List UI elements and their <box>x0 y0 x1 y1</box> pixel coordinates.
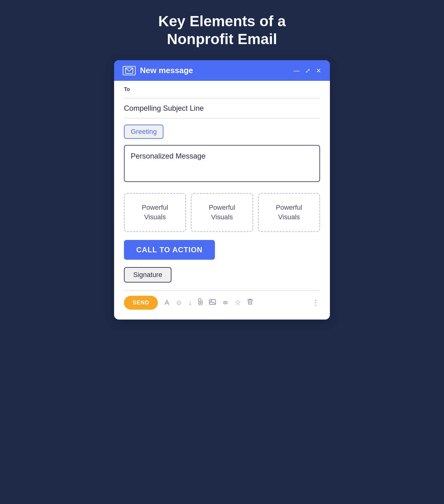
greeting-row: Greeting <box>124 118 320 142</box>
image-icon[interactable] <box>207 297 218 308</box>
download-icon[interactable]: ↓ <box>186 297 194 308</box>
svg-rect-1 <box>209 300 216 304</box>
more-options-button[interactable]: ⋮ <box>312 298 320 307</box>
subject-text[interactable]: Compelling Subject Line <box>124 104 204 112</box>
cta-button[interactable]: CALL TO ACTION <box>124 240 215 260</box>
toolbar-left: SEND A ☺ ↓ <box>124 296 255 310</box>
message-row: Personalized Message <box>124 142 320 187</box>
page-wrapper: Key Elements of a Nonprofit Email New me… <box>114 12 330 320</box>
window-title-text: New message <box>140 66 193 75</box>
message-box[interactable]: Personalized Message <box>124 145 320 182</box>
to-label: To <box>124 86 136 93</box>
link-icon[interactable] <box>220 297 231 308</box>
format-text-icon[interactable]: A <box>162 297 172 308</box>
cta-row: CALL TO ACTION <box>124 237 320 265</box>
send-button[interactable]: SEND <box>124 296 158 310</box>
message-text: Personalized Message <box>131 152 206 160</box>
trash-icon[interactable] <box>245 297 255 308</box>
window-header: New message — ⤢ ✕ <box>114 60 330 81</box>
attach-icon[interactable] <box>195 297 205 308</box>
subject-row: Compelling Subject Line <box>124 98 320 118</box>
to-field-row: To <box>124 81 320 98</box>
visual-box-1[interactable]: PowerfulVisuals <box>124 193 186 232</box>
email-window: New message — ⤢ ✕ To Compelling Subject … <box>114 60 330 320</box>
visual-box-3[interactable]: PowerfulVisuals <box>258 193 320 232</box>
minimize-button[interactable]: — <box>294 68 300 74</box>
email-body: To Compelling Subject Line Greeting Pers… <box>114 81 330 320</box>
close-button[interactable]: ✕ <box>316 68 321 74</box>
emoji-icon[interactable]: ☺ <box>173 297 185 308</box>
toolbar: SEND A ☺ ↓ <box>124 291 320 312</box>
signature-tag[interactable]: Signature <box>124 267 171 283</box>
signature-row: Signature <box>124 265 320 287</box>
visual-box-2[interactable]: PowerfulVisuals <box>191 193 253 232</box>
page-title: Key Elements of a Nonprofit Email <box>158 12 286 48</box>
email-icon <box>123 66 136 75</box>
expand-button[interactable]: ⤢ <box>305 68 310 74</box>
greeting-tag[interactable]: Greeting <box>124 125 163 139</box>
window-header-left: New message <box>123 66 193 75</box>
window-controls: — ⤢ ✕ <box>294 68 321 74</box>
star-icon[interactable]: ☆ <box>232 297 244 308</box>
visuals-row: PowerfulVisuals PowerfulVisuals Powerful… <box>124 187 320 237</box>
